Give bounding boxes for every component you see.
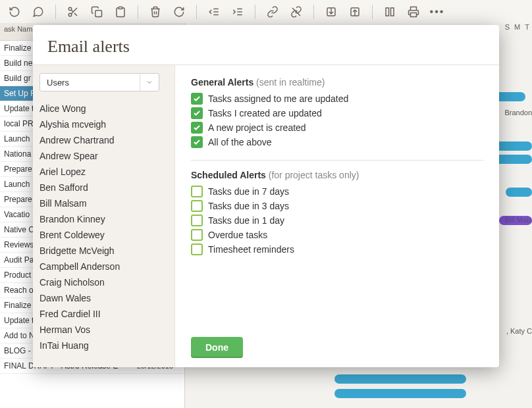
chevron-down-icon (140, 74, 159, 91)
alert-option[interactable]: Tasks due in 3 days (191, 199, 483, 213)
day-header: T (522, 23, 532, 36)
cut-icon[interactable] (65, 4, 81, 20)
copy-icon[interactable] (89, 4, 105, 20)
checkbox-icon (191, 215, 203, 226)
alert-option[interactable]: Timesheet reminders (191, 242, 483, 257)
checkbox-icon (191, 229, 203, 241)
dialog-title: Email alerts (33, 25, 499, 64)
alert-option[interactable]: A new project is created (191, 120, 483, 135)
paste-icon[interactable] (113, 4, 128, 20)
redo-arrow-icon[interactable] (171, 4, 187, 20)
undo-icon[interactable] (7, 4, 22, 20)
user-item[interactable]: Fred Cardiel III (40, 306, 174, 322)
alert-option[interactable]: Tasks due in 1 day (191, 213, 483, 228)
import-icon[interactable] (323, 4, 339, 20)
checkbox-icon (191, 243, 203, 255)
option-label: Tasks due in 3 days (208, 201, 289, 211)
general-alerts-heading: General Alerts (sent in realtime) (191, 77, 483, 88)
alert-option[interactable]: Tasks I created are updated (191, 106, 483, 120)
checkbox-icon (191, 107, 203, 119)
user-item[interactable]: Andrew Chartrand (40, 132, 174, 148)
user-item[interactable]: Herman Vos (40, 322, 174, 338)
user-item[interactable]: Craig Nicholson (40, 274, 174, 290)
option-label: Tasks due in 1 day (208, 215, 284, 226)
svg-point-1 (68, 13, 72, 16)
user-item[interactable]: Brandon Kinney (40, 211, 174, 227)
user-item[interactable]: Campbell Anderson (40, 259, 174, 274)
day-header: M (512, 23, 522, 36)
email-alerts-dialog: Email alerts Users Alice WongAlyshia mcv… (33, 25, 499, 367)
checkbox-icon (191, 93, 203, 105)
dropdown-value: Users (40, 78, 69, 88)
option-label: Tasks assigned to me are updated (208, 93, 348, 104)
svg-rect-5 (95, 10, 102, 16)
user-item[interactable]: Ben Safford (40, 180, 174, 195)
user-item[interactable]: Alyshia mcveigh (40, 116, 174, 132)
columns-icon[interactable] (382, 4, 398, 20)
comment-icon[interactable] (30, 4, 46, 20)
option-label: Timesheet reminders (208, 244, 294, 255)
indent-icon[interactable] (230, 4, 246, 20)
svg-rect-20 (411, 13, 417, 16)
app-toolbar: ••• (0, 0, 532, 24)
svg-point-0 (68, 7, 72, 11)
user-item[interactable]: Brent Coldewey (40, 227, 174, 243)
user-item[interactable]: Andrew Spear (40, 148, 174, 164)
svg-rect-19 (391, 8, 394, 16)
checkbox-icon (191, 122, 203, 134)
unlink-icon[interactable] (288, 4, 304, 20)
option-label: A new project is created (208, 122, 306, 133)
outdent-icon[interactable] (206, 4, 222, 20)
alert-option[interactable]: Tasks assigned to me are updated (191, 91, 483, 106)
option-label: Tasks I created are updated (208, 108, 322, 118)
done-button[interactable]: Done (191, 337, 243, 358)
svg-rect-6 (119, 7, 122, 9)
user-item[interactable]: Alice Wong (40, 101, 174, 116)
user-item[interactable]: Dawn Wales (40, 290, 174, 306)
svg-line-3 (74, 13, 77, 15)
option-label: All of the above (208, 137, 272, 147)
users-dropdown[interactable]: Users (40, 73, 159, 91)
assignee-label: Brandon (504, 109, 532, 116)
user-item[interactable]: Ariel Lopez (40, 164, 174, 180)
checkbox-icon (191, 200, 203, 212)
alert-option[interactable]: Tasks due in 7 days (191, 184, 483, 199)
day-header: S (502, 23, 512, 36)
checkbox-icon (191, 136, 203, 148)
option-label: Tasks due in 7 days (208, 186, 289, 197)
assignee-label: , Katy C (506, 327, 532, 335)
print-icon[interactable] (406, 4, 421, 20)
assignee-label: Bill Mals (505, 216, 532, 224)
dialog-sidebar: Users Alice WongAlyshia mcveighAndrew Ch… (33, 65, 175, 367)
link-icon[interactable] (265, 4, 280, 20)
option-label: Overdue tasks (208, 230, 267, 240)
svg-rect-18 (386, 8, 389, 16)
user-item[interactable]: Bridgette McVeigh (40, 243, 174, 259)
scheduled-alerts-heading: Scheduled Alerts (for project tasks only… (191, 170, 483, 180)
user-item[interactable]: Bill Malsam (40, 195, 174, 211)
alert-option[interactable]: Overdue tasks (191, 228, 483, 242)
dialog-content: General Alerts (sent in realtime) Tasks … (175, 65, 499, 367)
divider (191, 160, 483, 161)
trash-icon[interactable] (147, 4, 163, 20)
svg-line-4 (71, 10, 73, 12)
alert-option[interactable]: All of the above (191, 135, 483, 149)
checkbox-icon (191, 186, 203, 197)
more-icon[interactable]: ••• (429, 4, 445, 20)
export-icon[interactable] (347, 4, 363, 20)
user-item[interactable]: InTai Huang (40, 338, 174, 353)
